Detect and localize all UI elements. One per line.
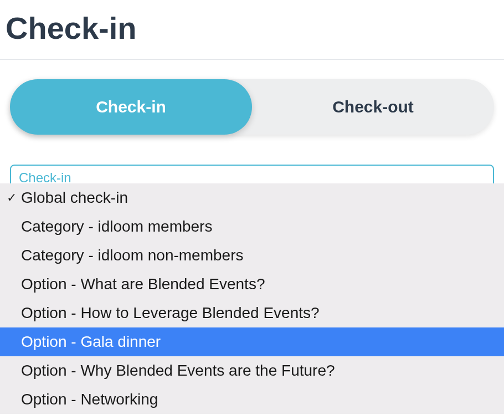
checkin-toggle: Check-in Check-out <box>10 79 494 135</box>
dropdown-option-label: Option - Gala dinner <box>21 334 161 350</box>
dropdown-option-label: Option - Networking <box>21 392 158 407</box>
check-icon: ✓ <box>7 192 17 204</box>
dropdown-option-label: Global check-in <box>21 190 128 206</box>
dropdown-option-label: Category - idloom non-members <box>21 248 244 263</box>
dropdown-option[interactable]: Option - Gala dinner <box>0 327 504 356</box>
dropdown-option-label: Category - idloom members <box>21 219 212 234</box>
dropdown-option[interactable]: Category - idloom members <box>0 212 504 241</box>
dropdown-option[interactable]: Option - Why Blended Events are the Futu… <box>0 356 504 385</box>
dropdown-option-label: Option - How to Leverage Blended Events? <box>21 305 320 321</box>
dropdown-option[interactable]: Option - Networking <box>0 385 504 414</box>
dropdown-option[interactable]: ✓Global check-in <box>0 183 504 212</box>
dropdown-option-label: Option - What are Blended Events? <box>21 276 265 292</box>
dropdown-option[interactable]: Option - What are Blended Events? <box>0 270 504 299</box>
dropdown-option[interactable]: Category - idloom non-members <box>0 241 504 270</box>
checkin-select-container: Check-in ✓Global check-inCategory - idlo… <box>10 165 494 198</box>
header-divider <box>0 59 504 60</box>
checkout-tab[interactable]: Check-out <box>252 79 494 135</box>
dropdown-option[interactable]: Option - How to Leverage Blended Events? <box>0 299 504 327</box>
page-title: Check-in <box>0 0 504 59</box>
checkin-dropdown: ✓Global check-inCategory - idloom member… <box>0 183 504 414</box>
dropdown-option-label: Option - Why Blended Events are the Futu… <box>21 363 335 378</box>
checkin-tab[interactable]: Check-in <box>10 79 252 135</box>
